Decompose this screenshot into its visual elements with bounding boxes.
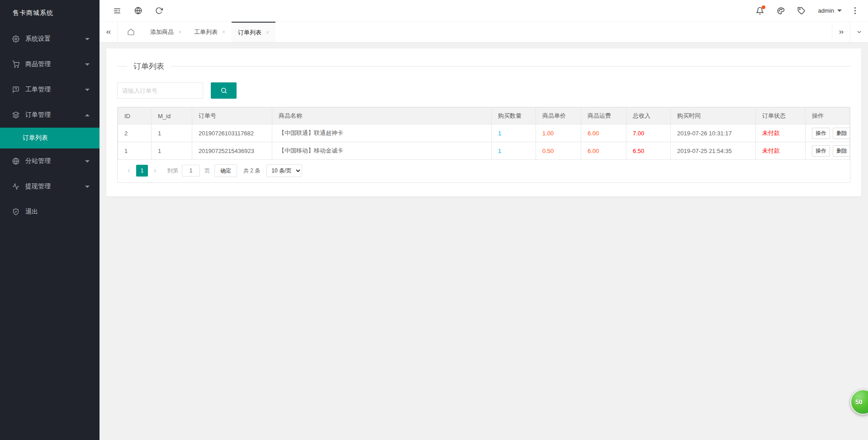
username-label: admin [818, 7, 834, 14]
tag-icon [797, 7, 806, 15]
close-icon[interactable]: × [178, 29, 181, 35]
sidebar-item-withdrawal-management[interactable]: 提现管理 [0, 174, 100, 199]
goto-label: 到第 [167, 167, 178, 175]
double-chevron-left-icon [105, 29, 112, 36]
chevron-down-icon [85, 186, 90, 188]
user-menu[interactable]: admin [812, 0, 848, 22]
chevron-down-icon [85, 160, 90, 163]
row-action-button[interactable]: 操作 [812, 145, 830, 157]
prev-page-button[interactable] [123, 165, 135, 177]
row-delete-button[interactable]: 删除 [833, 145, 850, 157]
tab-label: 添加商品 [150, 28, 174, 36]
pulse-icon [12, 183, 19, 191]
cell-status: 未付款 [756, 124, 806, 142]
cell-total: 6.50 [626, 142, 671, 160]
page-title-block: 订单列表 [117, 61, 850, 72]
chevron-down-icon [85, 38, 90, 40]
sidebar-item-label: 分站管理 [25, 157, 51, 165]
topbar: admin [100, 0, 868, 22]
col-header-shipping: 商品运费 [581, 108, 626, 124]
close-icon[interactable]: × [266, 30, 269, 35]
col-header-qty: 购买数量 [492, 108, 536, 124]
col-header-mid: M_id [152, 108, 192, 124]
sidebar-item-label: 订单管理 [25, 111, 51, 119]
sidebar-item-system-settings[interactable]: 系统设置 [0, 26, 100, 52]
cell-mid: 1 [152, 124, 192, 142]
sidebar-item-substation-management[interactable]: 分站管理 [0, 148, 100, 174]
row-delete-button[interactable]: 删除 [833, 128, 850, 139]
sidebar-item-product-management[interactable]: 商品管理 [0, 52, 100, 77]
page-title: 订单列表 [133, 61, 164, 72]
main-area: admin 添加商品 × 工单列表 × 订单列表 × [100, 0, 868, 440]
refresh-icon [155, 7, 163, 14]
sidebar-item-logout[interactable]: 退出 [0, 199, 100, 225]
sidebar-nav: 系统设置 商品管理 工单管理 订单管理 订单列表 [0, 26, 100, 440]
tabs-scroll-left-button[interactable] [100, 22, 118, 42]
tabs-scroll-right-button[interactable] [832, 22, 850, 42]
website-home-button[interactable] [128, 0, 148, 22]
sidebar-subitem-order-list[interactable]: 订单列表 [0, 128, 100, 148]
cell-actions: 操作删除 [806, 142, 850, 160]
order-list-card: 订单列表 ID [106, 48, 861, 196]
chevron-down-icon [837, 10, 842, 12]
tabs-menu-button[interactable] [850, 22, 868, 42]
table-header-row: ID M_id 订单号 商品名称 购买数量 商品单价 商品运费 总收入 购买时间… [118, 108, 850, 124]
next-page-button[interactable] [149, 165, 161, 177]
page-size-select[interactable]: 10 条/页 [266, 164, 302, 177]
cell-id: 2 [118, 124, 152, 142]
sidebar-item-label: 商品管理 [25, 60, 51, 68]
cell-time: 2019-07-25 21:54:35 [671, 142, 756, 160]
col-header-total: 总收入 [626, 108, 671, 124]
cell-actions: 操作删除 [806, 124, 850, 142]
tab-order-list[interactable]: 订单列表 × [232, 22, 275, 42]
refresh-button[interactable] [148, 0, 169, 22]
theme-button[interactable] [770, 0, 791, 22]
cell-order-no: 20190726103117682 [192, 124, 272, 142]
table-row: 1 1 20190725215436923 【中国移动】移动金诚卡 1 0.50… [118, 142, 850, 160]
sidebar-item-ticket-management[interactable]: 工单管理 [0, 77, 100, 102]
cell-total: 7.00 [626, 124, 671, 142]
row-action-button[interactable]: 操作 [812, 128, 830, 139]
more-options-button[interactable] [848, 0, 862, 22]
sidebar: 售卡商城系统 系统设置 商品管理 工单管理 [0, 0, 100, 440]
tab-ticket-list[interactable]: 工单列表 × [188, 22, 232, 42]
pagination: 1 到第 页 确定 共 2 条 10 条/页 [118, 160, 850, 182]
notification-badge-dot [762, 5, 765, 9]
notifications-button[interactable] [749, 0, 770, 22]
collapse-sidebar-button[interactable] [107, 0, 128, 22]
cell-product: 【中国移动】移动金诚卡 [272, 142, 492, 160]
chevron-up-icon [85, 114, 90, 116]
sidebar-item-label: 提现管理 [25, 182, 51, 191]
tabbar: 添加商品 × 工单列表 × 订单列表 × [100, 22, 868, 43]
close-icon[interactable]: × [222, 29, 225, 35]
page-unit-label: 页 [204, 167, 210, 175]
float-badge-label: 50 [855, 398, 863, 406]
tag-button[interactable] [791, 0, 812, 22]
sidebar-subitem-label: 订单列表 [23, 134, 48, 142]
globe-icon [12, 158, 19, 165]
cell-shipping: 6.00 [581, 124, 626, 142]
current-page-button[interactable]: 1 [136, 165, 148, 177]
tab-add-product[interactable]: 添加商品 × [144, 22, 188, 42]
cell-price: 1.00 [536, 124, 581, 142]
cart-icon [12, 61, 19, 68]
cell-qty: 1 [492, 124, 536, 142]
orders-table: ID M_id 订单号 商品名称 购买数量 商品单价 商品运费 总收入 购买时间… [118, 107, 850, 160]
cell-product: 【中国联通】联通超神卡 [272, 124, 492, 142]
search-row [117, 82, 850, 99]
col-header-time: 购买时间 [671, 108, 756, 124]
col-header-price: 商品单价 [536, 108, 581, 124]
goto-page-input[interactable] [182, 165, 200, 177]
tab-home[interactable] [118, 22, 144, 42]
chevron-down-icon [85, 89, 90, 91]
customer-service-float-button[interactable]: 50 [850, 389, 868, 415]
table-row: 2 1 20190726103117682 【中国联通】联通超神卡 1 1.00… [118, 124, 850, 142]
cell-order-no: 20190725215436923 [192, 142, 272, 160]
app-logo: 售卡商城系统 [0, 0, 100, 26]
order-number-input[interactable] [117, 82, 203, 99]
col-header-product: 商品名称 [272, 108, 492, 124]
sidebar-item-order-management[interactable]: 订单管理 [0, 102, 100, 128]
orders-table-container: ID M_id 订单号 商品名称 购买数量 商品单价 商品运费 总收入 购买时间… [117, 107, 850, 183]
goto-confirm-button[interactable]: 确定 [214, 164, 237, 177]
search-button[interactable] [211, 82, 237, 99]
